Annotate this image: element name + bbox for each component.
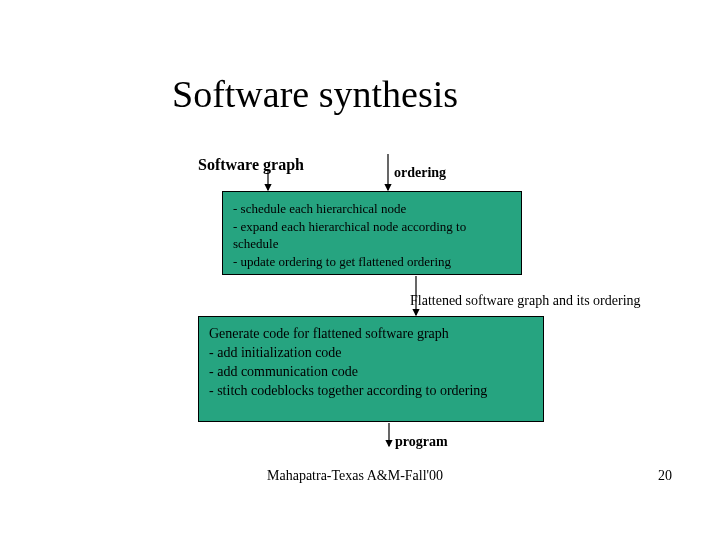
- page-number: 20: [658, 468, 672, 484]
- box2-line: - add communication code: [209, 363, 533, 382]
- box1-line: - update ordering to get flattened order…: [233, 253, 511, 271]
- box2-line: Generate code for flattened software gra…: [209, 325, 533, 344]
- label-ordering: ordering: [394, 165, 446, 181]
- label-program: program: [395, 434, 448, 450]
- box1-line: - expand each hierarchical node accordin…: [233, 218, 511, 236]
- footer-attribution: Mahapatra-Texas A&M-Fall'00: [267, 468, 443, 484]
- process-box-2: Generate code for flattened software gra…: [198, 316, 544, 422]
- box1-line: schedule: [233, 235, 511, 253]
- box1-line: - schedule each hierarchical node: [233, 200, 511, 218]
- process-box-1: - schedule each hierarchical node - expa…: [222, 191, 522, 275]
- slide-title: Software synthesis: [172, 72, 458, 116]
- label-software-graph: Software graph: [198, 156, 304, 174]
- box2-line: - add initialization code: [209, 344, 533, 363]
- box2-line: - stitch codeblocks together according t…: [209, 382, 533, 401]
- label-flattened-graph: Flattened software graph and its orderin…: [410, 293, 641, 309]
